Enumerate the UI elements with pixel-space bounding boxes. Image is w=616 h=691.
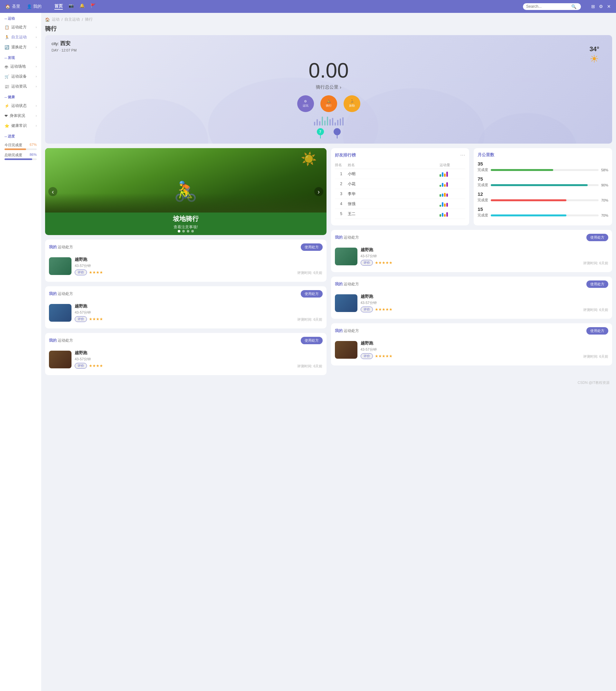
- section-title-2: 我的 运动处方: [335, 235, 359, 240]
- prescription-section-1: 我的 运动处方 使用处方 越野跑 43-57分钟 评价 ★★★★ 评测时间: 6: [45, 240, 327, 282]
- use-prescription-btn-3[interactable]: 使用处方: [301, 290, 323, 297]
- prescription-icon: 📋: [4, 25, 9, 30]
- sidebar: -- 运动 📋运动处方 › 🏃自主运动 › 🔄退换处方 › -- 发现 🏟运动场…: [0, 13, 41, 691]
- sidebar-item-sport-status[interactable]: ⚡运动状态 ›: [0, 101, 41, 111]
- prescription-info-4: 越野跑 43-57分钟 评价 ★★★★★: [361, 294, 580, 312]
- bar-12: [342, 117, 344, 126]
- prescription-time-3: 43-57分钟: [75, 310, 294, 315]
- prescription-name-5: 越野跑: [75, 350, 294, 356]
- sidebar-item-self-sports[interactable]: 🏃自主运动 ›: [0, 32, 41, 42]
- prescription-name-3: 越野跑: [75, 303, 294, 309]
- total-progress-bar: [4, 158, 32, 160]
- eval-btn-5[interactable]: 评价: [75, 363, 87, 369]
- nav-bell[interactable]: 🔔: [80, 3, 85, 10]
- bar-8: [332, 118, 333, 126]
- topbar: 🏠 圣里 👤 我的 首页 📷 🔔 🚩 🔍 ⊞ ⚙ ✕: [0, 0, 616, 13]
- total-progress-label: 总助完成度: [4, 153, 22, 157]
- bottom-right: 好友排行榜 ⋯ 排名 姓名 运动量 1 小明: [331, 148, 613, 375]
- carousel-subtitle[interactable]: 查看注意事项!: [50, 224, 321, 230]
- monthly-bar-1: [491, 169, 553, 171]
- stars-6: ★★★★★: [375, 354, 393, 358]
- monthly-item-3: 12 完成度 70%: [478, 191, 608, 203]
- monthly-row-4: 完成度 70%: [478, 213, 608, 218]
- monthly-km-card: 月公里数 35 完成度 58%: [474, 148, 612, 225]
- news-icon: 📰: [4, 84, 9, 89]
- carousel-image: ☀️: [45, 148, 327, 213]
- activity-bars: [440, 201, 465, 207]
- settings-icon[interactable]: ⚙: [599, 4, 603, 9]
- search-input[interactable]: [526, 4, 571, 9]
- nav-flag[interactable]: 🚩: [90, 3, 96, 10]
- today-progress-bar-wrap: [4, 149, 37, 150]
- eval-btn-2[interactable]: 评价: [361, 260, 373, 266]
- km-label: 骑行总公里 ›: [51, 84, 606, 90]
- eval-btn-4[interactable]: 评价: [361, 307, 373, 312]
- stars-4: ★★★★★: [375, 307, 393, 312]
- prescription-tags-3: 评价 ★★★★: [75, 316, 294, 322]
- monthly-row-1: 完成度 58%: [478, 168, 608, 172]
- activity-icon-0[interactable]: ⚙ 运玩: [297, 95, 314, 112]
- sidebar-item-knowledge[interactable]: ⭐健康常识 ›: [0, 121, 41, 131]
- bar-4: [322, 116, 323, 126]
- prescription-tags-6: 评价 ★★★★★: [361, 353, 580, 359]
- dot-1[interactable]: [178, 230, 180, 232]
- activity-icon-1[interactable]: 🚴 骑行: [321, 95, 337, 112]
- map-pin-1: 7: [317, 128, 324, 138]
- nav-home[interactable]: 首页: [54, 3, 63, 10]
- search-icon[interactable]: 🔍: [571, 4, 576, 9]
- chevron-icon: ›: [36, 25, 37, 29]
- prescription-tags-2: 评价 ★★★★★: [361, 260, 580, 266]
- sidebar-item-return[interactable]: 🔄退换处方 ›: [0, 42, 41, 52]
- sidebar-item-news[interactable]: 📰运动资讯 ›: [0, 82, 41, 91]
- prescription-tags-4: 评价 ★★★★★: [361, 307, 580, 312]
- use-prescription-btn-5[interactable]: 使用处方: [301, 337, 323, 344]
- activity-icon-2[interactable]: 🏃 旅勒: [344, 95, 360, 112]
- use-prescription-btn-4[interactable]: 使用处方: [586, 281, 608, 288]
- fullscreen-icon[interactable]: ⊞: [591, 4, 595, 9]
- prescription-time-4: 43-57分钟: [361, 300, 580, 305]
- city-label: city:: [51, 41, 59, 46]
- bar-3: [319, 121, 321, 126]
- close-icon[interactable]: ✕: [607, 4, 611, 9]
- today-progress-label: 今日完成度: [4, 143, 22, 148]
- carousel-prev-btn[interactable]: ‹: [48, 187, 57, 196]
- use-prescription-btn-2[interactable]: 使用处方: [586, 234, 608, 241]
- nav-video[interactable]: 📷: [69, 3, 74, 10]
- section-title-5: 我的 运动处方: [49, 338, 73, 343]
- bottom-grid: ☀️ ‹ › 坡地骑行 查看注意事项!: [45, 148, 612, 375]
- monthly-bar-wrap-4: [491, 215, 599, 216]
- prescription-item-1: 越野跑 43-57分钟 评价 ★★★★ 评测时间: 6天前: [49, 254, 323, 278]
- sidebar-item-body[interactable]: ❤身体状况 ›: [0, 111, 41, 121]
- eval-btn-6[interactable]: 评价: [361, 353, 373, 359]
- dot-3[interactable]: [187, 230, 189, 232]
- topbar-search[interactable]: 🔍: [523, 3, 581, 10]
- topbar-my[interactable]: 👤 我的: [27, 3, 42, 9]
- sidebar-item-prescription[interactable]: 📋运动处方 ›: [0, 22, 41, 32]
- prescription-tags-5: 评价 ★★★★: [75, 363, 294, 369]
- dot-2[interactable]: [182, 230, 185, 232]
- carousel-next-btn[interactable]: ›: [314, 187, 323, 196]
- map-pin-2: [334, 128, 341, 138]
- prescription-meta-3: 评测时间: 6天前: [297, 317, 322, 322]
- sidebar-item-venue[interactable]: 🏟运动场地 ›: [0, 62, 41, 71]
- chevron-icon: ›: [36, 65, 37, 68]
- use-prescription-btn-1[interactable]: 使用处方: [301, 243, 323, 251]
- bar-9: [334, 122, 336, 126]
- monthly-bar-4: [491, 215, 566, 216]
- bar-7: [329, 119, 331, 126]
- chevron-icon: ›: [36, 36, 37, 39]
- monthly-header: 月公里数: [478, 152, 608, 158]
- eval-btn-1[interactable]: 评价: [75, 269, 87, 275]
- prescription-item-6: 越野跑 43-57分钟 评价 ★★★★★ 评测时间: 6天前: [335, 338, 609, 362]
- dot-4[interactable]: [191, 230, 194, 232]
- carousel-dots: [178, 230, 194, 232]
- monthly-item-2: 75 完成度 90%: [478, 176, 608, 187]
- topbar-icons: ⊞ ⚙ ✕: [591, 4, 611, 9]
- use-prescription-btn-6[interactable]: 使用处方: [586, 327, 608, 335]
- carousel-sun: ☀️: [301, 151, 317, 166]
- section-header-3: 我的 运动处方 使用处方: [49, 290, 323, 297]
- eval-btn-3[interactable]: 评价: [75, 316, 87, 322]
- monthly-title: 月公里数: [478, 152, 494, 158]
- leaderboard-more-icon[interactable]: ⋯: [460, 152, 465, 158]
- sidebar-item-equipment[interactable]: 🛒运动设备 ›: [0, 71, 41, 82]
